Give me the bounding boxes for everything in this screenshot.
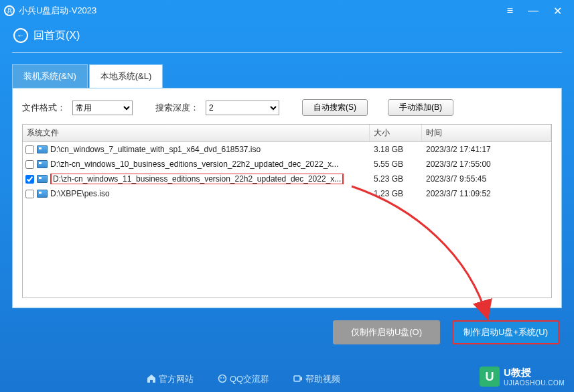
file-size: 5.55 GB [370,159,422,169]
back-label: 回首页(X) [33,29,80,43]
file-format-label: 文件格式： [22,102,66,114]
watermark-brand: U教授 [504,367,565,379]
manual-add-button[interactable]: 手动添加(B) [388,99,453,116]
table-row[interactable]: D:\zh-cn_windows_11_business_editions_ve… [23,172,551,186]
disk-icon [37,160,48,168]
make-usb-system-button[interactable]: 制作启动U盘+系统(U) [452,320,559,344]
close-icon[interactable]: ✕ [553,5,562,17]
col-header-size[interactable]: 大小 [370,125,422,141]
file-name: D:\zh-cn_windows_11_business_editions_ve… [50,174,344,184]
file-name: D:\zh-cn_windows_10_business_editions_ve… [50,159,338,169]
svg-point-1 [220,377,222,379]
table-row[interactable]: D:\zh-cn_windows_10_business_editions_ve… [23,157,551,172]
file-time: 2023/3/2 17:55:00 [422,159,551,169]
divider [12,52,562,53]
row-checkbox[interactable] [25,145,34,154]
minimize-icon[interactable]: — [528,5,539,17]
watermark-icon: U [480,367,500,387]
disk-icon [37,190,48,198]
file-name: D:\cn_windows_7_ultimate_with_sp1_x64_dv… [50,145,261,154]
table-row[interactable]: D:\cn_windows_7_ultimate_with_sp1_x64_dv… [23,142,551,157]
svg-point-2 [223,377,224,379]
col-header-file[interactable]: 系统文件 [23,125,370,141]
file-time: 2023/3/7 9:55:45 [422,174,551,184]
watermark-url: UJIAOSHOU.COM [504,379,565,387]
file-name: D:\XBPE\pes.iso [50,189,110,198]
svg-point-0 [218,375,226,383]
row-checkbox[interactable] [25,190,34,198]
svg-rect-3 [294,376,300,381]
table-row[interactable]: D:\XBPE\pes.iso1.23 GB2023/3/7 11:09:52 [23,186,551,201]
row-checkbox[interactable] [25,175,34,184]
file-grid: 系统文件 大小 时间 D:\cn_windows_7_ultimate_with… [22,124,552,298]
video-icon [293,374,303,383]
bottom-links: 官方网站 QQ交流群 帮助视频 [0,373,487,385]
file-time: 2023/3/7 11:09:52 [422,189,551,198]
disk-icon [37,175,48,183]
link-qq-group[interactable]: QQ交流群 [218,373,269,385]
make-usb-only-button[interactable]: 仅制作启动U盘(O) [333,320,440,344]
file-size: 3.18 GB [370,145,422,154]
row-checkbox[interactable] [25,160,34,169]
qq-icon [218,374,227,383]
link-official-site[interactable]: 官方网站 [147,373,194,385]
back-home-button[interactable]: ← 回首页(X) [0,21,574,50]
link-help-video[interactable]: 帮助视频 [293,373,340,385]
file-size: 5.23 GB [370,174,422,184]
file-time: 2023/3/2 17:41:17 [422,145,551,154]
col-header-time[interactable]: 时间 [422,125,551,141]
file-size: 1.23 GB [370,189,422,198]
tab-local-system[interactable]: 本地系统(&L) [89,64,163,88]
home-icon [147,374,156,383]
auto-search-button[interactable]: 自动搜索(S) [302,99,368,116]
file-format-select[interactable]: 常用 [72,101,133,115]
app-logo-icon: 兵 [4,5,15,16]
tab-install-system[interactable]: 装机系统(&N) [12,64,88,88]
search-depth-select[interactable]: 2 [206,101,279,115]
window-title: 小兵U盘启动-V2023 [19,5,507,17]
menu-icon[interactable]: ≡ [507,5,513,17]
search-depth-label: 搜索深度： [155,102,199,114]
grid-header: 系统文件 大小 时间 [23,125,551,142]
disk-icon [37,145,48,153]
back-arrow-icon: ← [13,28,28,43]
watermark: U U教授 UJIAOSHOU.COM [480,367,565,387]
main-panel: 文件格式： 常用 搜索深度： 2 自动搜索(S) 手动添加(B) 系统文件 大小… [12,88,562,308]
